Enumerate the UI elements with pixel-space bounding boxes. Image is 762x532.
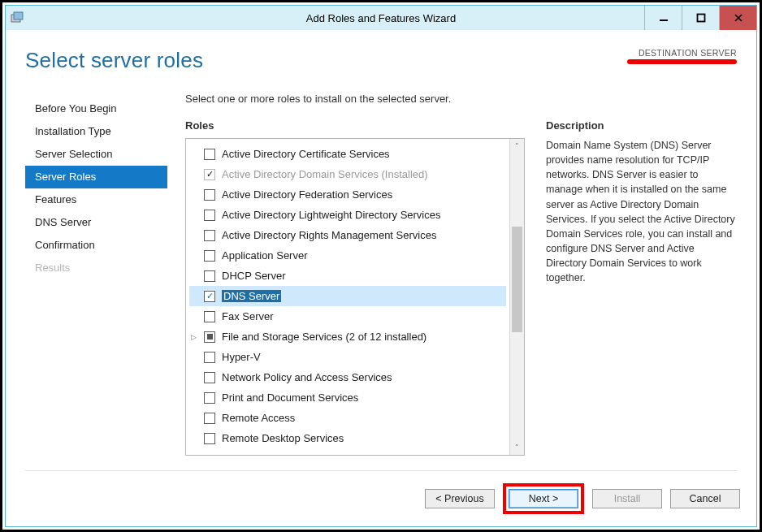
roles-heading: Roles [185,119,525,132]
svg-rect-1 [14,12,23,19]
sidebar-item-before-you-begin[interactable]: Before You Begin [25,97,167,120]
maximize-button[interactable] [682,6,719,30]
sidebar-item-dns-server[interactable]: DNS Server [25,211,167,234]
annotation-underline [627,59,737,64]
sidebar-item-confirmation[interactable]: Confirmation [25,234,167,257]
checkbox-icon[interactable] [204,311,215,322]
expand-icon[interactable]: ▷ [191,333,197,341]
sidebar-item-features[interactable]: Features [25,188,167,211]
instruction-text: Select one or more roles to install on t… [185,93,737,105]
role-item[interactable]: Active Directory Lightweight Directory S… [189,205,506,225]
sidebar-item-installation-type[interactable]: Installation Type [25,120,167,143]
checkbox-partial-icon[interactable] [204,331,215,343]
role-item[interactable]: Hyper-V [189,347,506,367]
wizard-footer: < Previous Next > Install Cancel [6,471,756,526]
checkbox-icon[interactable] [204,433,215,444]
window-controls [644,6,756,30]
sidebar-item-server-selection[interactable]: Server Selection [25,143,167,166]
role-item[interactable]: Application Server [189,245,506,266]
checkbox-icon[interactable] [204,352,215,363]
destination-server-label: DESTINATION SERVER [627,48,737,58]
role-item[interactable]: ▷File and Storage Services (2 of 12 inst… [189,327,506,347]
wizard-window: Add Roles and Features Wizard Select ser… [5,5,757,527]
close-button[interactable] [719,6,756,30]
app-icon [11,11,24,24]
scroll-track[interactable] [510,154,524,440]
checkbox-icon[interactable] [204,372,215,383]
cancel-button[interactable]: Cancel [670,489,740,508]
role-item[interactable]: Active Directory Certificate Services [189,144,506,164]
scroll-down-icon[interactable]: ˅ [510,440,524,455]
checkbox-icon[interactable] [204,413,215,424]
checkbox-icon[interactable] [204,149,215,160]
scrollbar[interactable]: ˄ ˅ [509,139,524,455]
window-title: Add Roles and Features Wizard [306,12,456,24]
role-item[interactable]: DHCP Server [189,266,506,286]
scroll-up-icon[interactable]: ˄ [510,139,524,154]
page-title: Select server roles [25,48,203,73]
wizard-sidebar: Before You Begin Installation Type Serve… [25,93,167,456]
svg-rect-2 [660,19,668,21]
roles-list[interactable]: Active Directory Certificate Services Ac… [186,139,509,455]
role-item[interactable]: Network Policy and Access Services [189,367,506,387]
role-item[interactable]: Remote Access [189,408,506,428]
sidebar-item-server-roles[interactable]: Server Roles [25,166,167,188]
role-item[interactable]: Active Directory Federation Services [189,184,506,205]
role-item-selected[interactable]: DNS Server [189,286,506,306]
description-text: Domain Name System (DNS) Server provides… [546,138,737,285]
description-heading: Description [546,119,737,132]
next-button[interactable]: Next > [509,489,578,508]
checkbox-icon[interactable] [204,189,215,201]
checkbox-checked-icon[interactable] [204,291,215,302]
previous-button[interactable]: < Previous [425,489,495,508]
scroll-thumb[interactable] [512,227,522,332]
annotation-highlight: Next > [503,483,584,514]
destination-server-block: DESTINATION SERVER [627,48,737,64]
svg-rect-3 [697,15,704,22]
checkbox-icon[interactable] [204,250,215,262]
checkbox-checked-icon [204,169,215,180]
install-button: Install [592,489,662,508]
roles-listbox: Active Directory Certificate Services Ac… [185,138,525,456]
role-item: Active Directory Domain Services (Instal… [189,164,506,184]
role-item[interactable]: Fax Server [189,306,506,327]
role-item[interactable]: Active Directory Rights Management Servi… [189,225,506,245]
sidebar-item-results: Results [25,257,167,279]
checkbox-icon[interactable] [204,270,215,282]
minimize-button[interactable] [644,6,682,30]
role-item[interactable]: Print and Document Services [189,387,506,408]
checkbox-icon[interactable] [204,392,215,404]
checkbox-icon[interactable] [204,210,215,221]
titlebar: Add Roles and Features Wizard [6,6,756,30]
role-item[interactable]: Remote Desktop Services [189,428,506,448]
checkbox-icon[interactable] [204,230,215,241]
